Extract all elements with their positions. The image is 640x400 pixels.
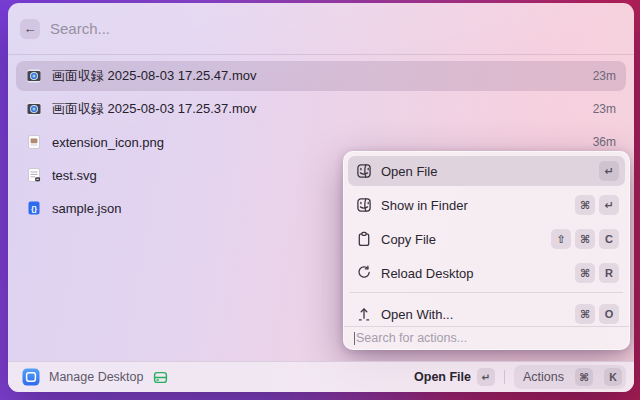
actions-menu: Open File ↵ Show in Finder ⌘ ↵ xyxy=(343,151,630,350)
menu-item-open-with[interactable]: Open With... ⌘ O xyxy=(348,299,625,326)
actions-button[interactable]: Actions ⌘ K xyxy=(514,365,626,389)
movie-file-icon xyxy=(26,101,42,117)
menu-item-show-in-finder[interactable]: Show in Finder ⌘ ↵ xyxy=(348,190,625,220)
file-name: extension_icon.png xyxy=(52,135,164,150)
back-button[interactable]: ← xyxy=(20,19,40,39)
clipboard-icon xyxy=(356,231,372,247)
file-row-mov-1[interactable]: 画面収録 2025-08-03 17.25.47.mov 23m xyxy=(16,61,626,91)
key-return: ↵ xyxy=(477,368,495,386)
movie-file-icon xyxy=(26,68,42,84)
json-file-icon: {} xyxy=(26,200,42,216)
key-shift: ⇧ xyxy=(551,229,571,249)
footer-bar: Manage Desktop Open File ↵ Actions ⌘ K xyxy=(8,361,634,392)
menu-item-label: Open With... xyxy=(381,307,453,322)
actions-search-bar xyxy=(344,326,629,349)
file-name: 画面収録 2025-08-03 17.25.37.mov xyxy=(52,100,257,118)
key-cmd: ⌘ xyxy=(575,304,595,324)
menu-divider xyxy=(350,292,623,293)
actions-menu-list: Open File ↵ Show in Finder ⌘ ↵ xyxy=(344,152,629,326)
file-age: 23m xyxy=(593,69,616,83)
file-name: test.svg xyxy=(52,168,97,183)
file-row-mov-2[interactable]: 画面収録 2025-08-03 17.25.37.mov 23m xyxy=(16,94,626,124)
menu-item-label: Copy File xyxy=(381,232,436,247)
back-arrow-icon: ← xyxy=(24,21,37,36)
menu-item-label: Open File xyxy=(381,164,437,179)
menu-item-copy-file[interactable]: Copy File ⇧ ⌘ C xyxy=(348,224,625,254)
key-letter: O xyxy=(599,304,619,324)
search-bar: ← xyxy=(8,3,634,55)
key-cmd: ⌘ xyxy=(575,229,595,249)
key-return: ↵ xyxy=(599,195,619,215)
file-name: 画面収録 2025-08-03 17.25.47.mov xyxy=(52,67,257,85)
menu-item-reload-desktop[interactable]: Reload Desktop ⌘ R xyxy=(348,258,625,288)
launcher-window: ← 画面収録 2025-08-03 17.25.47.mov 23m xyxy=(8,3,634,392)
actions-search-input[interactable] xyxy=(356,331,619,345)
search-input[interactable] xyxy=(50,20,618,37)
finder-icon xyxy=(356,197,372,213)
reload-icon xyxy=(356,265,372,281)
footer-divider xyxy=(504,370,505,384)
manage-desktop-app-icon xyxy=(22,368,40,386)
file-age: 23m xyxy=(593,102,616,116)
app-name-label: Manage Desktop xyxy=(49,370,144,384)
menu-item-label: Show in Finder xyxy=(381,198,468,213)
primary-action-button[interactable]: Open File ↵ xyxy=(414,368,495,386)
finder-icon xyxy=(356,163,372,179)
key-letter: K xyxy=(604,368,622,386)
menu-item-label: Reload Desktop xyxy=(381,266,474,281)
menu-item-open-file[interactable]: Open File ↵ xyxy=(348,156,625,186)
key-cmd: ⌘ xyxy=(575,368,593,386)
file-age: 36m xyxy=(593,135,616,149)
file-name: sample.json xyxy=(52,201,121,216)
key-cmd: ⌘ xyxy=(575,195,595,215)
image-file-icon xyxy=(26,134,42,150)
key-letter: C xyxy=(599,229,619,249)
primary-action-label: Open File xyxy=(414,370,471,384)
svg-file-icon xyxy=(26,167,42,183)
key-cmd: ⌘ xyxy=(575,263,595,283)
key-return: ↵ xyxy=(599,161,619,181)
drive-icon xyxy=(153,370,168,385)
key-letter: R xyxy=(599,263,619,283)
open-with-icon xyxy=(356,306,372,322)
svg-text:{}: {} xyxy=(31,204,37,213)
text-caret xyxy=(354,332,355,345)
actions-button-label: Actions xyxy=(523,370,564,384)
